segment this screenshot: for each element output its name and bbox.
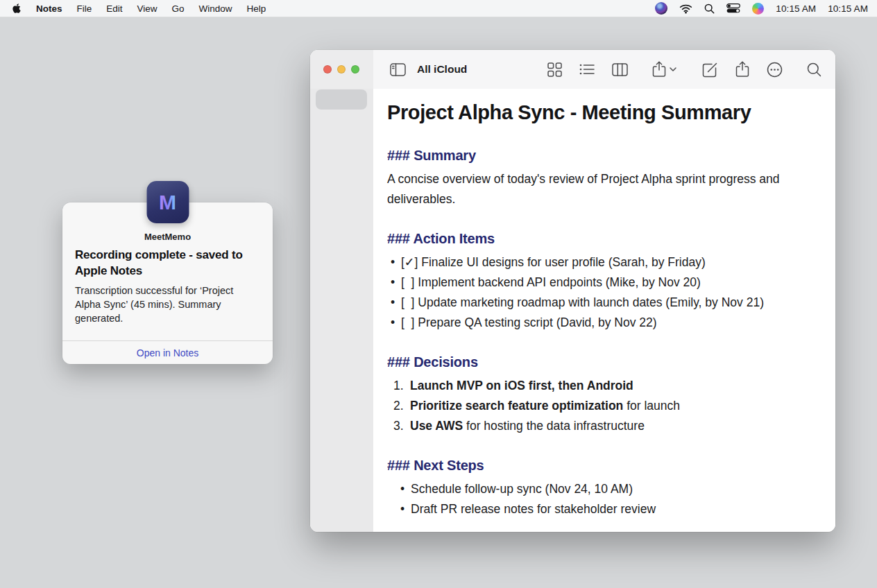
list-item: 1.Launch MVP on iOS first, then Android [387,376,806,396]
section-heading: ### Next Steps [387,456,806,475]
bullet-marker: • [400,499,411,519]
bullet-marker: • [391,273,401,293]
number-marker: 3. [393,416,410,436]
bullet-marker: • [391,293,401,313]
meetmemo-app-icon: M [146,181,189,223]
control-center-icon[interactable] [726,3,740,13]
share-icon[interactable] [735,61,749,78]
section-list: •Schedule follow-up sync (Nov 24, 10 AM)… [387,479,806,519]
sidebar-toggle-icon[interactable] [390,63,406,76]
clock-time[interactable]: 10:15 AM [776,3,816,14]
more-icon[interactable] [767,62,783,78]
list-item-text: Schedule follow-up sync (Nov 24, 10 AM) [411,479,633,499]
zoom-window-button[interactable] [351,65,359,74]
menu-go[interactable]: Go [172,3,185,14]
list-item: •Schedule follow-up sync (Nov 24, 10 AM) [387,479,806,499]
section-paragraph: A concise overview of today's review of … [387,169,806,209]
list-item-text: Use AWS for hosting the data infrastruct… [410,416,645,436]
menu-notes[interactable]: Notes [36,3,62,14]
number-marker: 1. [393,376,410,396]
notes-sidebar [310,89,373,532]
bullet-marker: • [400,479,411,499]
list-item-text: Prioritize search feature optimization f… [410,396,680,416]
menu-file[interactable]: File [77,3,92,14]
export-menu-icon[interactable] [652,61,678,78]
menu-window[interactable]: Window [199,3,232,14]
note-editor[interactable]: Project Alpha Sync - Meeting Summary ###… [373,89,835,532]
list-item-text: [ ] Update marketing roadmap with launch… [401,293,764,313]
apple-menu-icon[interactable] [12,3,22,14]
app-orb-icon[interactable] [655,2,667,15]
open-in-notes-button[interactable]: Open in Notes [62,341,273,364]
list-item: •[ ] Prepare QA testing script (David, b… [387,313,806,333]
menu-bar: Notes File Edit View Go Window Help 10:1… [0,0,877,17]
notification-meetmemo[interactable]: M MeetMemo Recording complete - saved to… [62,202,273,364]
list-item: •Draft PR release notes for stakeholder … [387,499,806,519]
notes-window: All iCloud [310,50,835,532]
list-item-text: [ ] Implement backend API endpoints (Mik… [401,273,701,293]
notification-title: Recording complete - saved to Apple Note… [75,247,260,279]
menu-help[interactable]: Help [247,3,266,14]
note-list-item[interactable] [316,89,367,110]
list-item-text: Launch MVP on iOS first, then Android [410,376,633,396]
list-item-text: [ ] Prepare QA testing script (David, by… [401,313,657,333]
menu-view[interactable]: View [137,3,157,14]
notes-toolbar: All iCloud [310,50,835,89]
notification-body: Transcription successful for ‘Project Al… [75,284,260,325]
list-item: 3.Use AWS for hosting the data infrastru… [387,416,806,436]
minimize-window-button[interactable] [337,65,346,74]
section-numbered-list: 1.Launch MVP on iOS first, then Android2… [387,376,806,436]
clock-time-secondary[interactable]: 10:15 AM [828,3,868,14]
search-icon[interactable] [807,62,821,77]
menu-edit[interactable]: Edit [106,3,122,14]
spotlight-search-icon[interactable] [704,3,715,14]
section-heading: ### Action Items [387,230,806,248]
wifi-icon[interactable] [679,3,692,14]
list-item: •[✓] Finalize UI designs for user profil… [387,252,806,273]
columns-view-icon[interactable] [612,63,628,76]
titlebar-controls [310,50,373,89]
note-title: Project Alpha Sync - Meeting Summary [387,99,806,126]
gallery-view-icon[interactable] [547,62,562,77]
list-item: 2.Prioritize search feature optimization… [387,396,806,416]
list-item-text: Draft PR release notes for stakeholder r… [411,499,656,519]
section-heading: ### Summary [387,146,806,165]
close-window-button[interactable] [323,65,332,74]
siri-icon[interactable] [752,3,764,15]
list-view-icon[interactable] [579,63,595,76]
folder-title: All iCloud [417,63,467,76]
list-item: •[ ] Implement backend API endpoints (Mi… [387,273,806,293]
bullet-marker: • [391,313,401,333]
notification-app-name: MeetMemo [75,232,260,242]
section-heading: ### Decisions [387,353,806,372]
compose-icon[interactable] [702,62,718,78]
list-item: •[ ] Update marketing roadmap with launc… [387,293,806,313]
section-list: •[✓] Finalize UI designs for user profil… [387,252,806,333]
note-body: ### SummaryA concise overview of today's… [387,146,806,519]
bullet-marker: • [391,252,401,273]
desktop: Notes File Edit View Go Window Help 10:1… [0,0,877,588]
meetmemo-letter: M [159,191,176,214]
list-item-text: [✓] Finalize UI designs for user profile… [401,252,706,273]
number-marker: 2. [393,396,410,416]
